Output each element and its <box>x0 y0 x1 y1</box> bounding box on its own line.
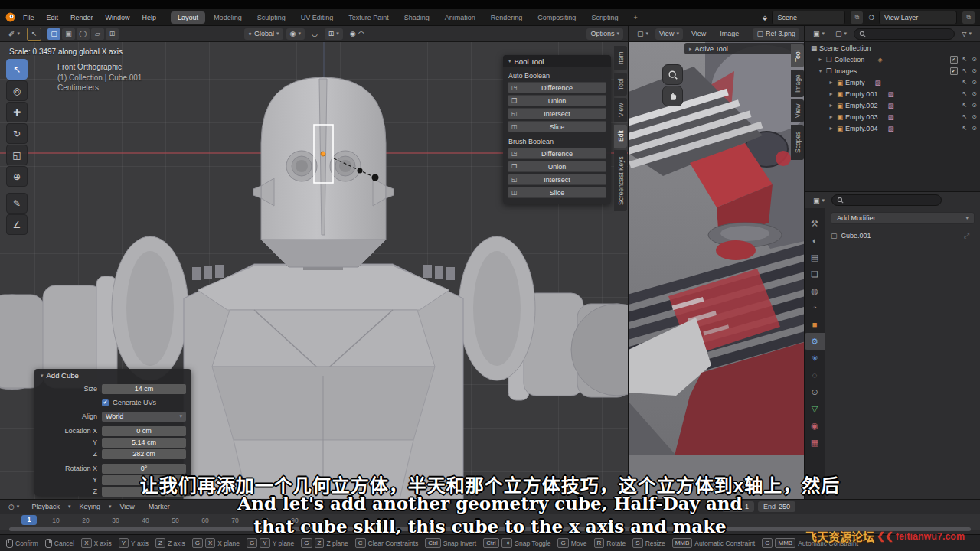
editor-type-button[interactable]: ▣ ▾ <box>809 28 828 40</box>
selectable-icon[interactable]: ↖ <box>962 79 968 86</box>
tab-modeling[interactable]: Modeling <box>207 11 249 24</box>
tab-constraints[interactable]: ⊙ <box>805 383 825 400</box>
outliner-row-empty-004[interactable]: ▸ ▣ Empty.004 ▨ ↖ ⊙ <box>805 122 980 134</box>
brush-difference-button[interactable]: ◳Difference <box>508 148 606 159</box>
image-tab-scopes[interactable]: Scopes <box>791 125 804 160</box>
new-scene-button[interactable]: ⧉ <box>850 11 864 24</box>
tab-texture-paint[interactable]: Texture Paint <box>341 11 396 24</box>
active-tool-panel[interactable]: ▸ Active Tool <box>684 43 804 54</box>
location-z-field[interactable]: 282 cm <box>102 449 186 459</box>
editor-type-button[interactable]: ✐ ▾ <box>5 28 24 40</box>
outliner-row-images[interactable]: ▾ ❒ Images ✔ ↖ ⊙ <box>805 65 980 77</box>
selectable-icon[interactable]: ↖ <box>962 113 968 120</box>
tab-uv-editing[interactable]: UV Editing <box>294 11 341 24</box>
expand-icon[interactable]: ▸ <box>828 79 835 86</box>
outliner-row-empty-001[interactable]: ▸ ▣ Empty.001 ▨ ↖ ⊙ <box>805 88 980 99</box>
hide-icon[interactable]: ⊙ <box>972 102 977 109</box>
location-x-field[interactable]: 0 cm <box>102 426 186 436</box>
outliner-row-collection[interactable]: ▸ ❒ Collection ◈ ✔ ↖ ⊙ <box>805 54 980 65</box>
tab-layout[interactable]: Layout <box>171 11 205 24</box>
tab-shading[interactable]: Shading <box>397 11 436 24</box>
menu-view[interactable]: View <box>686 28 711 39</box>
cursor-tool[interactable]: ◎ <box>6 80 28 101</box>
pin-toggle-icon[interactable]: ⤢ <box>964 232 969 240</box>
tab-particles[interactable]: ✳ <box>805 350 825 367</box>
hide-icon[interactable]: ⊙ <box>972 113 977 120</box>
hide-icon[interactable]: ⊙ <box>972 90 977 97</box>
scene-selector[interactable]: Scene <box>772 11 845 24</box>
add-modifier-dropdown[interactable]: Add Modifier ▾ <box>831 212 975 224</box>
brush-union-button[interactable]: ❒Union <box>508 161 606 172</box>
editor-type-button[interactable]: ▢ ▾ <box>633 28 652 40</box>
sidebar-tab-edit[interactable]: Edit <box>614 125 627 148</box>
outliner-search-input[interactable] <box>854 28 955 40</box>
add-cube-header[interactable]: ▾ Add Cube <box>34 369 191 382</box>
selectable-icon[interactable]: ↖ <box>962 102 968 109</box>
snap-dropdown[interactable]: ⊞ ▾ <box>325 28 343 40</box>
exclude-checkbox[interactable]: ✔ <box>950 67 958 75</box>
tab-add-workspace[interactable]: + <box>626 11 644 24</box>
select-mode-lasso[interactable]: ▱ <box>91 28 104 40</box>
tab-material[interactable]: ◉ <box>805 417 825 434</box>
display-mode-button[interactable]: ▢ ▾ <box>831 28 851 40</box>
tab-rendering[interactable]: Rendering <box>484 11 530 24</box>
tab-scripting[interactable]: Scripting <box>584 11 625 24</box>
menu-render[interactable]: Render <box>65 12 99 23</box>
hide-icon[interactable]: ⊙ <box>972 125 977 132</box>
hide-icon[interactable]: ⊙ <box>972 56 977 63</box>
outliner-row-scene-collection[interactable]: ▦ Scene Collection <box>805 42 980 54</box>
menu-image[interactable]: Image <box>714 28 744 39</box>
active-tool-button[interactable]: ↖ <box>27 28 41 41</box>
tab-object[interactable]: ■ <box>805 316 825 333</box>
display-mode-dropdown[interactable]: View ▾ <box>655 28 683 40</box>
menu-window[interactable]: Window <box>100 12 136 23</box>
select-mode-box[interactable]: ▣ <box>62 28 75 40</box>
tab-output[interactable]: ▤ <box>805 249 825 266</box>
snap-toggle-button[interactable]: ◡ <box>308 28 322 40</box>
zoom-tool-button[interactable] <box>662 64 683 85</box>
selectable-icon[interactable]: ↖ <box>962 56 968 63</box>
image-tab-view[interactable]: View <box>791 99 804 122</box>
3d-viewport[interactable]: Scale: 0.3497 along global X axis Front … <box>0 42 628 499</box>
outliner-row-empty-002[interactable]: ▸ ▣ Empty.002 ▨ ↖ ⊙ <box>805 99 980 111</box>
options-dropdown[interactable]: Options ▾ <box>586 28 623 40</box>
properties-search-input[interactable] <box>831 194 942 206</box>
auto-intersect-button[interactable]: ◱Intersect <box>508 108 606 119</box>
align-dropdown[interactable]: World ▾ <box>102 412 186 422</box>
transform-tool[interactable]: ⊕ <box>6 166 28 187</box>
measure-tool[interactable]: ∠ <box>6 214 28 235</box>
outliner-row-empty[interactable]: ▸ ▣ Empty ▨ ↖ ⊙ <box>805 77 980 88</box>
tab-render[interactable]: ◐ <box>805 232 825 249</box>
proportional-edit-button[interactable]: ◉ ◠ <box>346 28 368 40</box>
tab-texture[interactable]: ▦ <box>805 434 825 451</box>
image-tab-tool[interactable]: Tool <box>791 44 804 67</box>
tab-view-layer[interactable]: ❏ <box>805 266 825 282</box>
generate-uvs-checkbox[interactable]: ✔ <box>102 399 109 406</box>
hide-icon[interactable]: ⊙ <box>972 79 977 86</box>
menu-edit[interactable]: Edit <box>41 12 64 23</box>
auto-union-button[interactable]: ❒Union <box>508 95 606 106</box>
expand-icon[interactable]: ▸ <box>828 113 835 120</box>
scale-tool[interactable]: ◱ <box>6 145 28 165</box>
outliner-row-empty-003[interactable]: ▸ ▣ Empty.003 ▨ ↖ ⊙ <box>805 111 980 122</box>
select-box-tool[interactable]: ↖ <box>6 59 28 80</box>
expand-icon[interactable]: ▸ <box>828 102 835 109</box>
auto-slice-button[interactable]: ◫Slice <box>508 121 606 132</box>
tab-tool[interactable]: ⚒ <box>805 215 825 232</box>
pivot-dropdown[interactable]: ◉ ▾ <box>286 28 305 40</box>
select-mode-circle[interactable]: ◯ <box>77 28 90 40</box>
annotate-tool[interactable]: ✎ <box>6 193 28 214</box>
sidebar-tab-view[interactable]: View <box>614 98 627 122</box>
auto-difference-button[interactable]: ◳Difference <box>508 82 606 93</box>
expand-icon[interactable]: ▸ <box>828 90 835 97</box>
editor-type-button[interactable]: ▣ ▾ <box>809 194 828 206</box>
collapse-icon[interactable]: ▾ <box>817 67 824 74</box>
tab-world[interactable]: ◔ <box>805 299 825 316</box>
orientation-dropdown[interactable]: ⌖ Global ▾ <box>244 28 283 40</box>
brush-intersect-button[interactable]: ◱Intersect <box>508 174 606 185</box>
exclude-checkbox[interactable]: ✔ <box>950 56 958 64</box>
filter-dropdown[interactable]: ▽ ▾ <box>958 28 975 40</box>
select-mode-extra[interactable]: ⊞ <box>106 28 119 40</box>
selectable-icon[interactable]: ↖ <box>962 67 968 74</box>
menu-file[interactable]: File <box>18 12 40 23</box>
